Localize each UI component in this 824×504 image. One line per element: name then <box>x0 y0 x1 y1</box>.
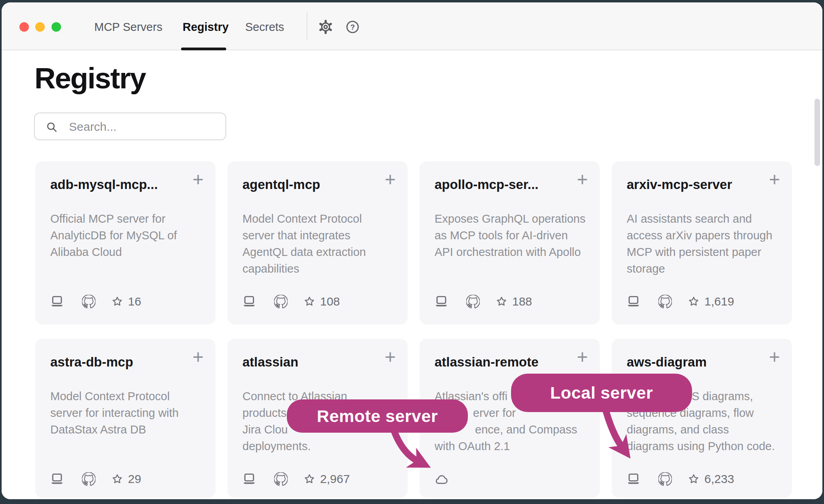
server-name: atlassian <box>242 355 371 370</box>
server-card-footer: 108 <box>242 294 340 309</box>
server-card-adb-mysql-mcp[interactable]: adb-mysql-mcp... + Official MCP server f… <box>35 161 216 325</box>
description-line: capabilities <box>242 260 398 277</box>
laptop-icon <box>434 295 449 308</box>
server-name: astra-db-mcp <box>50 355 179 370</box>
laptop-icon <box>50 472 65 486</box>
active-tab-indicator <box>181 48 226 50</box>
gear-icon[interactable] <box>318 19 333 36</box>
page-title: Registry <box>34 61 145 95</box>
server-card-agentql-mcp[interactable]: agentql-mcp + Model Context Protocolserv… <box>227 161 408 325</box>
server-name: arxiv-mcp-server <box>627 177 755 192</box>
description-line: AnalyticDB for MySQL of <box>50 227 206 244</box>
add-server-button[interactable]: + <box>769 346 780 368</box>
description-line: Official MCP server for <box>50 210 206 227</box>
laptop-icon <box>242 295 257 308</box>
add-server-button[interactable]: + <box>193 346 204 368</box>
server-card-footer <box>434 471 450 487</box>
description-line: MCP with persistent paper <box>627 244 782 260</box>
server-card-footer: 6,233 <box>626 471 734 487</box>
server-card-arxiv-mcp-server[interactable]: arxiv-mcp-server + AI assistants search … <box>612 161 792 325</box>
add-server-button[interactable]: + <box>577 346 588 368</box>
tab-registry[interactable]: Registry <box>183 20 229 34</box>
local-server-annotation: Local server <box>511 374 692 412</box>
description-line: AgentQL data extraction <box>242 244 398 260</box>
star-count: 1,619 <box>704 295 734 308</box>
description-line: Exposes GraphQL operations <box>435 210 590 227</box>
description-line: storage <box>627 260 782 277</box>
description-line: server that integrates <box>242 227 398 244</box>
minimize-window-button[interactable] <box>35 22 45 32</box>
server-description: AI assistants search andaccess arXiv pap… <box>627 210 782 277</box>
add-server-button[interactable]: + <box>577 168 588 191</box>
server-card-footer: 2,967 <box>242 471 350 487</box>
server-name: adb-mysql-mcp... <box>50 177 179 192</box>
star-icon <box>688 473 700 485</box>
laptop-icon <box>626 295 641 308</box>
server-description: Model Context Protocolserver for interac… <box>50 388 206 438</box>
description-line: deployments. <box>242 438 398 454</box>
description-line: Model Context Protocol <box>242 210 398 227</box>
star-icon <box>303 473 315 485</box>
star-count: 29 <box>128 472 141 486</box>
github-icon <box>274 295 288 308</box>
tab-secrets[interactable]: Secrets <box>245 20 284 34</box>
github-icon <box>466 295 480 308</box>
add-server-button[interactable]: + <box>769 168 780 191</box>
server-description: Exposes GraphQL operationsas MCP tools f… <box>435 210 590 260</box>
server-name: atlassian-remote <box>435 355 563 370</box>
star-icon <box>688 296 700 307</box>
github-icon <box>274 472 288 486</box>
zoom-window-button[interactable] <box>52 22 61 32</box>
star-count: 108 <box>320 295 340 308</box>
help-icon[interactable]: ? <box>346 20 359 35</box>
description-line: Alibaba Cloud <box>50 244 206 260</box>
star-icon <box>111 296 123 307</box>
scrollbar-thumb[interactable] <box>814 99 820 166</box>
search-input[interactable] <box>68 113 221 140</box>
close-window-button[interactable] <box>19 22 29 32</box>
description-line: API orchestration with Apollo <box>435 244 590 260</box>
laptop-icon <box>242 472 257 486</box>
star-count: 16 <box>128 295 141 308</box>
server-name: aws-diagram <box>627 355 755 370</box>
add-server-button[interactable]: + <box>385 346 396 368</box>
description-line: server for interacting with <box>50 405 206 421</box>
server-name: apollo-mcp-ser... <box>435 177 563 192</box>
add-server-button[interactable]: + <box>193 168 204 191</box>
github-icon <box>82 472 95 486</box>
server-card-footer: 16 <box>50 294 141 309</box>
description-line: as MCP tools for AI-driven <box>435 227 590 244</box>
server-card-footer: 188 <box>434 294 532 309</box>
tab-mcp-servers[interactable]: MCP Servers <box>94 20 162 34</box>
add-server-button[interactable]: + <box>385 168 396 191</box>
description-line: access arXiv papers through <box>627 227 782 244</box>
description-line: diagrams using Python code. <box>627 438 782 454</box>
cloud-icon <box>434 473 450 485</box>
description-line: DataStax Astra DB <box>50 421 206 438</box>
github-icon <box>658 472 672 486</box>
server-card-footer: 1,619 <box>626 294 734 309</box>
star-count: 188 <box>512 295 532 308</box>
server-card-aws-diagram[interactable]: aws-diagram + S diagrams,sequence diagra… <box>612 339 792 498</box>
server-description: Official MCP server forAnalyticDB for My… <box>50 210 206 260</box>
server-card-apollo-mcp-ser[interactable]: apollo-mcp-ser... + Exposes GraphQL oper… <box>420 161 600 325</box>
description-line: diagrams, and class <box>627 421 782 438</box>
toolbar-divider <box>307 13 307 40</box>
server-card-footer: 29 <box>50 471 141 487</box>
star-count: 2,967 <box>320 472 350 486</box>
star-icon <box>496 296 507 307</box>
app-window: MCP Servers Registry Secrets ? R <box>2 2 822 499</box>
server-card-astra-db-mcp[interactable]: astra-db-mcp + Model Context Protocolser… <box>35 339 216 498</box>
description-line: AI assistants search and <box>627 210 782 227</box>
search-icon <box>46 121 58 133</box>
server-description: Model Context Protocolserver that integr… <box>242 210 398 277</box>
github-icon <box>658 295 672 308</box>
svg-text:?: ? <box>350 23 355 31</box>
description-line: Model Context Protocol <box>50 388 206 405</box>
search-box <box>34 113 226 140</box>
star-icon <box>111 473 123 485</box>
server-name: agentql-mcp <box>242 177 371 192</box>
github-icon <box>82 295 95 308</box>
remote-server-annotation: Remote server <box>287 399 468 433</box>
title-bar: MCP Servers Registry Secrets ? <box>2 2 822 50</box>
